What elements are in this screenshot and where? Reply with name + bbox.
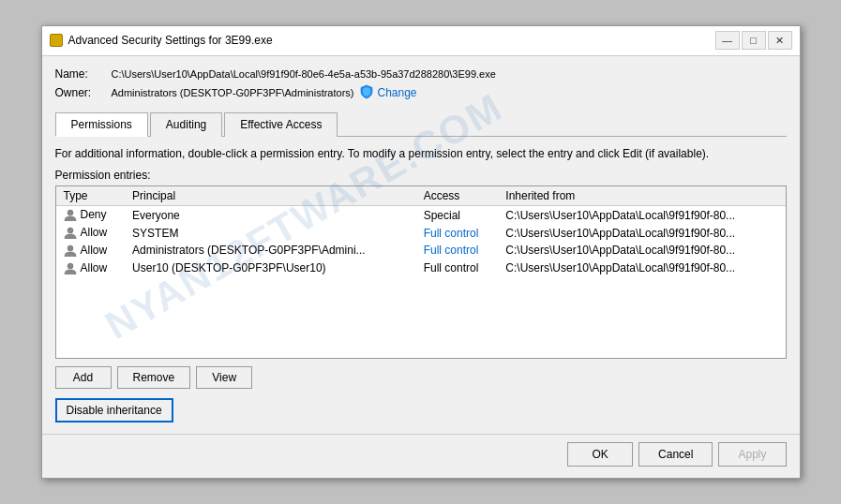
row-access: Full control: [416, 259, 499, 277]
col-inherited: Inherited from: [498, 186, 785, 206]
tab-bar: Permissions Auditing Effective Access: [55, 111, 787, 137]
table-row[interactable]: AllowAdministrators (DESKTOP-G0PF3PF\Adm…: [56, 242, 786, 259]
permissions-table: Type Principal Access Inherited from Den…: [56, 186, 786, 276]
dialog-buttons-row: OK Cancel Apply: [42, 434, 800, 478]
window-title: Advanced Security Settings for 3E99.exe: [68, 34, 273, 47]
row-principal: User10 (DESKTOP-G0PF3PF\User10): [125, 259, 416, 277]
tab-permissions[interactable]: Permissions: [55, 112, 148, 137]
table-row[interactable]: AllowUser10 (DESKTOP-G0PF3PF\User10)Full…: [56, 259, 786, 277]
row-access[interactable]: Full control: [416, 242, 499, 259]
row-type: Deny: [56, 206, 126, 224]
svg-point-3: [68, 263, 73, 269]
svg-point-1: [68, 228, 73, 233]
owner-row: Owner: Administrators (DESKTOP-G0PF3PF\A…: [55, 84, 787, 102]
table-row[interactable]: DenyEveryoneSpecialC:\Users\User10\AppDa…: [56, 206, 786, 224]
row-inherited: C:\Users\User10\AppData\Local\9f91f90f-8…: [498, 206, 785, 224]
row-access[interactable]: Full control: [416, 224, 499, 242]
ok-button[interactable]: OK: [567, 442, 633, 467]
svg-point-2: [68, 245, 73, 251]
perm-buttons-row: Add Remove View: [55, 366, 787, 389]
shield-icon: [359, 84, 374, 102]
section-label: Permission entries:: [55, 169, 787, 182]
add-button[interactable]: Add: [55, 366, 112, 389]
name-row: Name: C:\Users\User10\AppData\Local\9f91…: [55, 67, 787, 81]
row-principal: Everyone: [125, 206, 416, 224]
tab-effective-access[interactable]: Effective Access: [224, 112, 338, 137]
name-label: Name:: [55, 67, 112, 81]
advanced-security-dialog: Advanced Security Settings for 3E99.exe …: [41, 25, 801, 480]
maximize-button[interactable]: □: [742, 31, 766, 50]
row-type: Allow: [56, 224, 126, 242]
apply-button[interactable]: Apply: [718, 442, 786, 467]
minimize-button[interactable]: —: [715, 31, 740, 50]
col-type: Type: [56, 186, 126, 206]
disable-inheritance-button[interactable]: Disable inheritance: [55, 398, 173, 422]
table-header-row: Type Principal Access Inherited from: [56, 186, 786, 206]
description-text: For additional information, double-click…: [55, 146, 787, 162]
change-link[interactable]: Change: [359, 84, 416, 102]
view-button[interactable]: View: [196, 366, 252, 389]
title-bar-left: Advanced Security Settings for 3E99.exe: [50, 34, 273, 47]
row-principal: Administrators (DESKTOP-G0PF3PF\Admini..…: [125, 242, 416, 259]
owner-value-row: Administrators (DESKTOP-G0PF3PF\Administ…: [112, 84, 417, 102]
tab-auditing[interactable]: Auditing: [150, 112, 222, 137]
row-principal: SYSTEM: [125, 224, 416, 242]
row-type: Allow: [56, 259, 126, 277]
dialog-content: Name: C:\Users\User10\AppData\Local\9f91…: [42, 56, 800, 435]
title-bar-controls: — □ ✕: [715, 31, 792, 50]
row-inherited: C:\Users\User10\AppData\Local\9f91f90f-8…: [498, 242, 785, 259]
window-icon: [50, 34, 63, 47]
remove-button[interactable]: Remove: [117, 366, 191, 389]
row-access: Special: [416, 206, 499, 224]
row-inherited: C:\Users\User10\AppData\Local\9f91f90f-8…: [498, 224, 785, 242]
row-type: Allow: [56, 242, 126, 259]
row-inherited: C:\Users\User10\AppData\Local\9f91f90f-8…: [498, 259, 785, 277]
close-button[interactable]: ✕: [768, 31, 792, 50]
col-principal: Principal: [125, 186, 416, 206]
cancel-button[interactable]: Cancel: [638, 442, 713, 467]
name-value: C:\Users\User10\AppData\Local\9f91f90f-8…: [112, 68, 496, 80]
owner-label: Owner:: [55, 86, 112, 99]
title-bar: Advanced Security Settings for 3E99.exe …: [42, 26, 800, 56]
owner-value: Administrators (DESKTOP-G0PF3PF\Administ…: [112, 87, 354, 98]
change-label: Change: [377, 86, 416, 99]
table-row[interactable]: AllowSYSTEMFull controlC:\Users\User10\A…: [56, 224, 786, 242]
svg-point-0: [68, 210, 73, 215]
col-access: Access: [416, 186, 499, 206]
permissions-table-container[interactable]: Type Principal Access Inherited from Den…: [55, 185, 787, 359]
